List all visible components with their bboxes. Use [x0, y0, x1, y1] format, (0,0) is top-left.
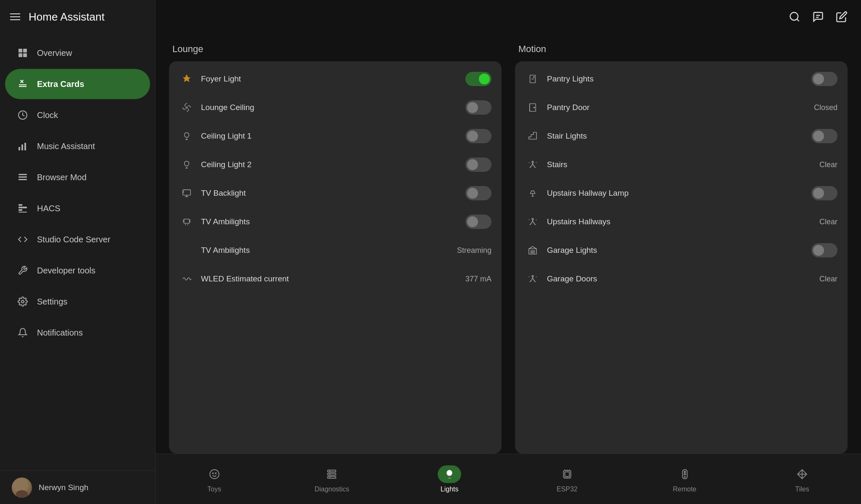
empty-icon — [179, 243, 194, 258]
lounge-row-tv-ambilights: TV Ambilights — [169, 207, 502, 236]
svg-rect-11 — [18, 204, 22, 206]
svg-line-38 — [529, 163, 530, 163]
tv-ambilights-toggle[interactable] — [465, 215, 491, 229]
row-label: Garage Lights — [547, 246, 805, 255]
bottom-nav-label: Diagnostics — [314, 486, 349, 493]
sidebar-item-hacs[interactable]: HACS — [5, 193, 150, 223]
ceiling-light-1-toggle[interactable] — [465, 129, 491, 143]
wled-value: 377 mA — [465, 275, 491, 284]
gear-icon — [17, 296, 29, 307]
row-label: Lounge Ceiling — [201, 103, 459, 112]
bulb-2-icon — [179, 157, 194, 172]
svg-rect-47 — [529, 249, 536, 254]
garage-lights-toggle[interactable] — [811, 243, 837, 257]
bottom-nav-diagnostics[interactable]: Diagnostics — [273, 460, 391, 498]
svg-rect-28 — [184, 219, 190, 223]
svg-line-55 — [536, 277, 536, 278]
svg-point-35 — [532, 161, 534, 163]
tv-backlight-icon — [179, 186, 194, 201]
svg-point-21 — [186, 107, 188, 108]
app-title: Home Assistant — [29, 10, 105, 24]
bottom-nav-esp32[interactable]: ESP32 — [508, 460, 626, 498]
svg-rect-6 — [21, 144, 23, 150]
sidebar-item-notifications[interactable]: Notifications — [5, 318, 150, 348]
svg-rect-0 — [18, 49, 22, 52]
svg-point-15 — [21, 300, 24, 303]
sidebar: Home Assistant Overview Extra Cards — [0, 0, 156, 504]
tiles-icon — [793, 465, 811, 483]
svg-line-52 — [530, 281, 531, 282]
avatar[interactable] — [12, 478, 32, 498]
bell-icon — [17, 327, 29, 339]
lounge-row-ceiling-light-1: Ceiling Light 1 — [169, 122, 502, 150]
sidebar-item-extra-cards[interactable]: Extra Cards — [5, 69, 150, 99]
svg-rect-14 — [18, 212, 27, 213]
row-label: Upstairs Hallways — [547, 217, 813, 226]
wave-icon — [179, 271, 194, 286]
sidebar-item-label: HACS — [37, 204, 61, 213]
svg-line-36 — [530, 167, 531, 168]
bottom-nav-label: Toys — [207, 486, 221, 493]
bottom-nav-toys[interactable]: Toys — [156, 460, 273, 498]
clock-icon — [17, 109, 29, 121]
sidebar-item-overview[interactable]: Overview — [5, 38, 150, 68]
svg-point-51 — [532, 276, 534, 277]
bar-chart-icon — [17, 140, 29, 152]
svg-line-44 — [534, 224, 536, 225]
svg-point-56 — [210, 470, 219, 479]
motion-row-pantry-lights: Pantry Lights — [515, 65, 848, 93]
sidebar-item-developer-tools[interactable]: Developer tools — [5, 255, 150, 286]
search-icon[interactable] — [789, 11, 800, 23]
lounge-row-foyer-light: Foyer Light — [169, 65, 502, 93]
bulb-nav-icon — [438, 465, 461, 483]
lounge-panel: Lounge Foyer Light — [169, 44, 502, 454]
pantry-lights-toggle[interactable] — [811, 72, 837, 86]
code-icon — [17, 234, 29, 245]
lounge-row-tv-ambilights-state: TV Ambilights Streaming — [169, 236, 502, 265]
upstairs-hallway-lamp-toggle[interactable] — [811, 186, 837, 200]
svg-rect-59 — [328, 470, 336, 472]
bottom-nav-lights[interactable]: Lights — [391, 460, 508, 498]
bottom-nav-label: Remote — [673, 486, 696, 493]
sidebar-item-label: Notifications — [37, 328, 83, 338]
lounge-row-lounge-ceiling: Lounge Ceiling — [169, 93, 502, 122]
sidebar-item-studio-code-server[interactable]: Studio Code Server — [5, 224, 150, 255]
foyer-light-toggle[interactable] — [465, 72, 491, 86]
sidebar-header: Home Assistant — [0, 0, 155, 34]
svg-line-39 — [536, 163, 536, 163]
chat-icon[interactable] — [812, 11, 824, 23]
svg-line-45 — [529, 220, 530, 220]
sidebar-item-settings[interactable]: Settings — [5, 286, 150, 317]
lounge-row-ceiling-light-2: Ceiling Light 2 — [169, 150, 502, 179]
bottom-nav-tiles[interactable]: Tiles — [743, 460, 861, 498]
edit-icon[interactable] — [836, 11, 848, 23]
svg-line-37 — [534, 167, 536, 168]
svg-line-46 — [536, 220, 536, 220]
hamburger-menu-icon[interactable] — [10, 13, 20, 20]
stair-lights-toggle[interactable] — [811, 129, 837, 143]
sidebar-item-clock[interactable]: Clock — [5, 100, 150, 130]
svg-rect-10 — [18, 179, 27, 180]
lounge-row-wled: WLED Estimated current 377 mA — [169, 265, 502, 293]
bottom-nav-remote[interactable]: Remote — [626, 460, 744, 498]
row-label: Pantry Lights — [547, 74, 805, 84]
motion-row-pantry-door: Pantry Door Closed — [515, 93, 848, 122]
sidebar-item-label: Clock — [37, 110, 58, 120]
motion-panel: Motion Pantry Lights — [515, 44, 848, 454]
garage-doors-value: Clear — [819, 275, 837, 284]
ceiling-light-2-toggle[interactable] — [465, 158, 491, 172]
tv-ambilights-value: Streaming — [457, 246, 491, 255]
sidebar-item-browser-mod[interactable]: Browser Mod — [5, 162, 150, 192]
sidebar-item-music-assistant[interactable]: Music Assistant — [5, 131, 150, 161]
svg-rect-13 — [18, 209, 22, 211]
motion-stairs-icon — [525, 157, 540, 172]
svg-rect-66 — [565, 472, 569, 476]
svg-point-57 — [212, 472, 213, 473]
svg-point-16 — [790, 13, 798, 21]
row-label: Stairs — [547, 160, 813, 169]
lounge-ceiling-toggle[interactable] — [465, 100, 491, 115]
bell-light-icon — [179, 71, 194, 87]
wrench-icon — [17, 265, 29, 276]
tv-backlight-toggle[interactable] — [465, 186, 491, 200]
svg-line-53 — [534, 281, 536, 282]
